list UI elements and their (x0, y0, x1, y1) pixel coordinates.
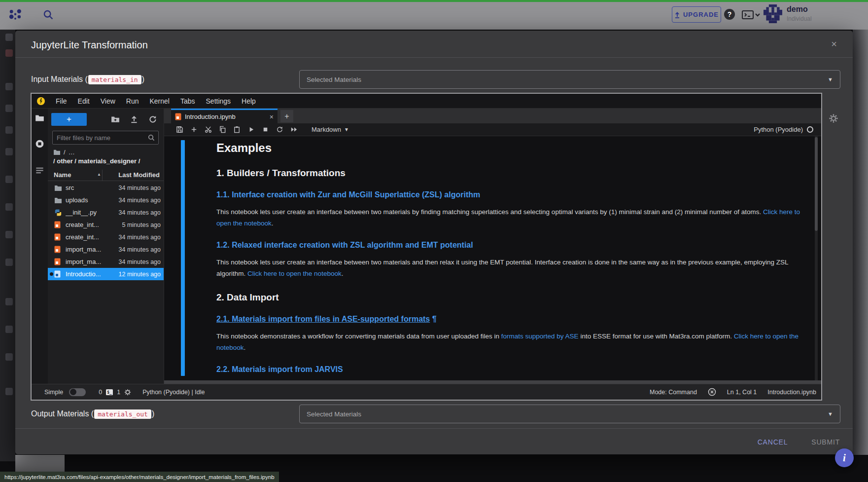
column-last-modified[interactable]: Last Modified (118, 171, 160, 179)
stop-icon[interactable] (262, 126, 269, 133)
column-name[interactable]: Name (54, 171, 71, 179)
close-icon[interactable]: × (828, 37, 840, 50)
terminal-count-icon[interactable]: $_ (105, 389, 113, 396)
menu-item[interactable]: File (50, 97, 72, 105)
notebook-cells: Examples1. Builders / Transformations1.1… (216, 136, 808, 380)
avatar[interactable] (764, 4, 782, 23)
kernel-status[interactable]: Python (Pyodide) | Idle (142, 389, 205, 396)
notebook-cell-p: This notebook lets user create an interf… (216, 206, 808, 229)
new-launcher-button[interactable]: + (51, 113, 87, 126)
notebook-link[interactable]: formats supported by ASE (501, 333, 579, 340)
settings-gear-icon[interactable] (829, 113, 838, 123)
paren-close: ) (152, 409, 154, 418)
paste-icon[interactable] (233, 126, 241, 133)
file-row[interactable]: create_int... 34 minutes ago (48, 231, 164, 243)
notebook-link[interactable]: 2.1. Materials import from files in ASE-… (216, 315, 430, 323)
notebook-link[interactable]: ¶ (430, 315, 436, 323)
file-row[interactable]: import_ma... 34 minutes ago (48, 256, 164, 268)
tab-introduction-ipynb[interactable]: Introduction.ipynb × (171, 109, 278, 123)
breadcrumb-ellipsis[interactable]: … (69, 148, 75, 156)
kernel-indicator[interactable]: Python (Pyodide) (754, 126, 821, 133)
file-name: import_ma... (66, 246, 119, 253)
notebook-link[interactable]: 1.1. Interface creation with Zur and McG… (216, 190, 480, 199)
restart-icon[interactable] (276, 126, 283, 133)
notebook-link[interactable]: 1.2. Relaxed interface creation with ZSL… (216, 241, 473, 249)
menu-item[interactable]: Help (236, 97, 261, 105)
terminal-menu-icon[interactable] (741, 9, 761, 21)
info-button[interactable]: i (835, 448, 854, 467)
tab-close-icon[interactable]: × (270, 113, 274, 121)
file-browser-tab-icon[interactable] (35, 113, 44, 123)
search-icon[interactable] (42, 9, 54, 21)
cursor-position[interactable]: Ln 1, Col 1 (727, 389, 757, 396)
breadcrumb[interactable]: / … (53, 148, 75, 156)
upgrade-button[interactable]: UPGRADE (672, 6, 721, 23)
help-icon[interactable]: ? (724, 8, 735, 20)
breadcrumb-root[interactable]: / (64, 148, 66, 156)
notebook-link[interactable]: 2.2. Materials import from JARVIS (216, 365, 343, 373)
menu-item[interactable]: Kernel (144, 97, 174, 105)
menu-item[interactable]: View (95, 97, 121, 105)
user-name[interactable]: demo (787, 5, 808, 14)
new-folder-icon[interactable] (111, 115, 120, 124)
running-sessions-icon[interactable] (35, 139, 44, 148)
run-icon[interactable] (247, 126, 255, 133)
mat3ra-logo-icon[interactable] (9, 8, 22, 21)
jupyter-menubar: File Edit View Run Kernel Tabs Settings … (32, 94, 821, 109)
table-of-contents-icon[interactable] (35, 166, 44, 175)
cut-icon[interactable] (205, 126, 212, 133)
notebook-cell-h3: 1.1. Interface creation with Zur and McG… (216, 190, 808, 199)
menu-item[interactable]: Edit (72, 97, 95, 105)
statusbar-filename[interactable]: Introduction.ipynb (767, 389, 816, 396)
cell-type-dropdown[interactable]: Markdown ▼ (312, 126, 349, 133)
notebook-cell-p: This notebook demonstrates a workflow fo… (216, 331, 808, 353)
file-row[interactable]: create_int... 5 minutes ago (48, 219, 164, 231)
submit-button[interactable]: SUBMIT (811, 438, 840, 446)
filter-files-input[interactable] (53, 134, 147, 142)
file-row[interactable]: uploads 34 minutes ago (48, 194, 164, 206)
file-row[interactable]: import_ma... 34 minutes ago (48, 243, 164, 256)
simple-mode-toggle[interactable] (69, 388, 86, 396)
notebook-link[interactable]: Click here to open the notebook (247, 270, 342, 277)
add-cell-icon[interactable] (190, 126, 198, 133)
chevron-down-icon: ▼ (828, 76, 833, 82)
refresh-icon[interactable] (148, 115, 157, 124)
copy-icon[interactable] (219, 126, 226, 133)
kernel-sessions-icon[interactable] (124, 389, 132, 396)
file-row[interactable]: __init__.py 34 minutes ago (48, 206, 164, 219)
active-cell-indicator[interactable] (181, 140, 185, 376)
editor-mode[interactable]: Mode: Command (650, 389, 697, 396)
menu-item[interactable]: Settings (201, 97, 237, 105)
app-sidebar-icon (5, 203, 13, 211)
file-name: Introductio... (66, 270, 119, 278)
app-background-right (853, 30, 868, 455)
input-select-label: Selected Materials (307, 76, 361, 83)
upload-icon[interactable] (130, 115, 139, 124)
file-row[interactable]: src 34 minutes ago (48, 182, 164, 194)
new-tab-button[interactable]: + (280, 110, 293, 122)
dialog-header-divider (15, 57, 853, 58)
notebook-panel: Introduction.ipynb × + Markdown ▼ Python… (164, 109, 821, 384)
app-sidebar-icon (5, 353, 13, 361)
sort-asc-icon[interactable]: ▲ (97, 172, 101, 177)
vertical-scrollbar[interactable] (815, 136, 818, 380)
app-sidebar-icon (5, 259, 13, 266)
output-materials-select[interactable]: Selected Materials ▼ (299, 405, 840, 423)
kernel-idle-icon (807, 126, 813, 133)
file-row[interactable]: Introductio... 12 minutes ago (48, 268, 164, 280)
horizontal-scrollbar[interactable] (164, 380, 821, 384)
status-url-tooltip: https://jupyterlite.mat3ra.com/files/api… (0, 472, 279, 482)
save-icon[interactable] (176, 126, 183, 133)
file-modified: 34 minutes ago (119, 197, 161, 204)
scrollbar-thumb[interactable] (815, 137, 818, 231)
menu-item[interactable]: Tabs (175, 97, 201, 105)
output-code-pill: materials_out (94, 409, 151, 419)
cancel-button[interactable]: CANCEL (758, 438, 788, 446)
breadcrumb-path[interactable]: / other / materials_designer / (53, 157, 140, 165)
file-type-icon (54, 196, 62, 204)
notifications-muted-icon[interactable] (708, 388, 716, 396)
app-sidebar-icon (5, 148, 13, 155)
input-materials-select[interactable]: Selected Materials ▼ (299, 70, 840, 89)
menu-item[interactable]: Run (121, 97, 144, 105)
run-all-icon[interactable] (290, 126, 298, 133)
